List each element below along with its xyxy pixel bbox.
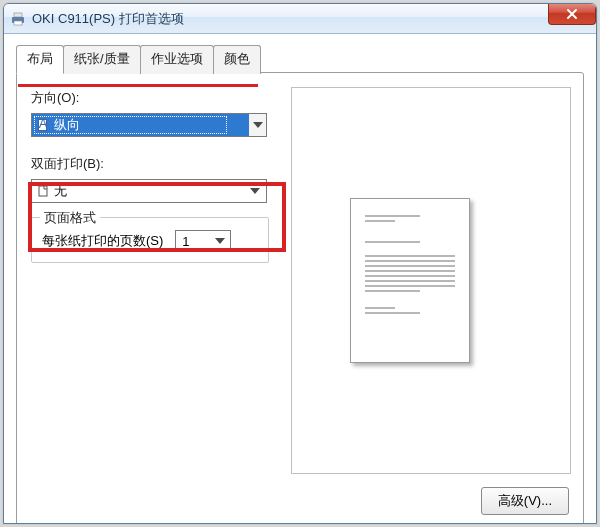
portrait-doc-icon: A bbox=[36, 118, 50, 132]
duplex-field: 双面打印(B): 无 bbox=[31, 155, 286, 203]
svg-text:A: A bbox=[39, 118, 48, 131]
advanced-button[interactable]: 高级(V)... bbox=[481, 487, 569, 515]
preview-panel bbox=[291, 87, 571, 474]
orientation-value: 纵向 bbox=[54, 116, 247, 134]
tab-layout[interactable]: 布局 bbox=[16, 45, 64, 74]
orientation-field: 方向(O): A 纵向 bbox=[31, 89, 286, 137]
tab-paper-quality[interactable]: 纸张/质量 bbox=[63, 45, 141, 74]
chevron-down-icon bbox=[253, 122, 263, 128]
pages-per-sheet-arrow[interactable] bbox=[212, 238, 228, 244]
close-button[interactable] bbox=[548, 3, 596, 25]
tab-color[interactable]: 颜色 bbox=[213, 45, 261, 74]
orientation-combo[interactable]: A 纵向 bbox=[31, 113, 249, 137]
chevron-down-icon bbox=[250, 188, 260, 194]
printer-icon bbox=[10, 11, 26, 27]
left-column: 方向(O): A 纵向 双 bbox=[31, 89, 286, 263]
tab-job-options[interactable]: 作业选项 bbox=[140, 45, 214, 74]
duplex-value: 无 bbox=[54, 182, 246, 200]
page-format-group: 页面格式 每张纸打印的页数(S) 1 bbox=[31, 217, 269, 263]
window-frame: OKI C911(PS) 打印首选项 布局 纸张/质量 作业选项 颜色 方向(O… bbox=[3, 3, 597, 524]
annotation-red-underline bbox=[18, 84, 258, 87]
chevron-down-icon bbox=[215, 238, 225, 244]
titlebar[interactable]: OKI C911(PS) 打印首选项 bbox=[4, 4, 596, 34]
doc-icon bbox=[36, 184, 50, 198]
svg-rect-1 bbox=[14, 13, 22, 17]
pages-per-sheet-label: 每张纸打印的页数(S) bbox=[42, 232, 163, 250]
orientation-label: 方向(O): bbox=[31, 89, 286, 107]
close-icon bbox=[566, 8, 578, 20]
duplex-combo[interactable]: 无 bbox=[31, 179, 267, 203]
duplex-dropdown-arrow[interactable] bbox=[246, 181, 264, 201]
tab-strip: 布局 纸张/质量 作业选项 颜色 bbox=[16, 44, 584, 73]
preview-page bbox=[350, 198, 470, 363]
duplex-label: 双面打印(B): bbox=[31, 155, 286, 173]
pages-per-sheet-combo[interactable]: 1 bbox=[175, 230, 231, 252]
pages-per-sheet-value: 1 bbox=[182, 234, 212, 249]
orientation-dropdown-arrow[interactable] bbox=[249, 113, 267, 137]
svg-rect-2 bbox=[14, 21, 22, 25]
tab-panel-layout: 方向(O): A 纵向 双 bbox=[16, 72, 584, 524]
svg-rect-5 bbox=[39, 186, 47, 196]
client-area: 布局 纸张/质量 作业选项 颜色 方向(O): A 纵向 bbox=[4, 34, 596, 523]
page-format-legend: 页面格式 bbox=[40, 209, 100, 227]
window-title: OKI C911(PS) 打印首选项 bbox=[32, 10, 590, 28]
